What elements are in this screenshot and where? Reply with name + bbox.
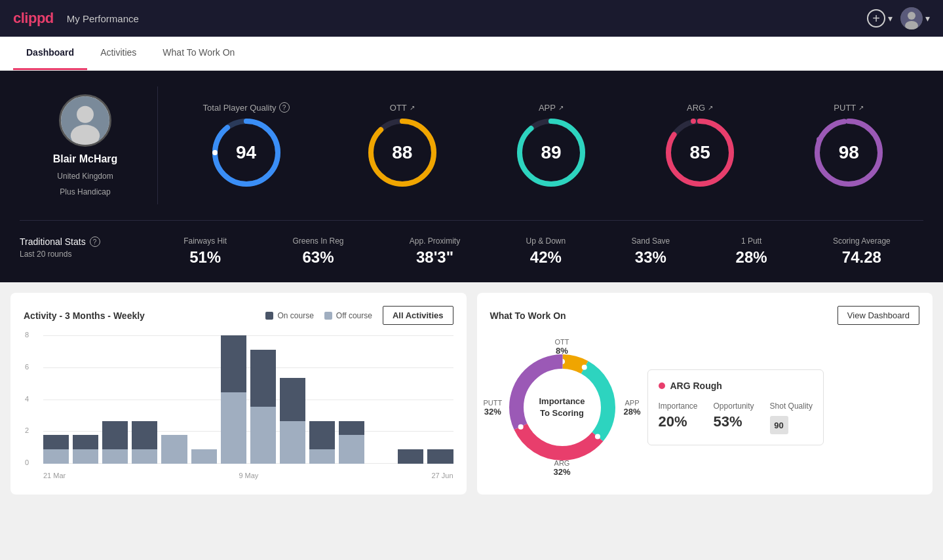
bar-stack [191, 449, 217, 464]
on-course-bar [102, 421, 128, 450]
header-title: My Performance [67, 13, 139, 24]
off-course-dot [324, 312, 332, 320]
all-activities-button[interactable]: All Activities [383, 306, 453, 325]
wtwo-content: OTT 8% APP 28% ARG 32% PUTT 32% Importan… [490, 335, 920, 479]
app-value: 89 [541, 142, 561, 163]
bar-group [339, 421, 364, 464]
x-labels: 21 Mar9 May27 Jun [43, 472, 453, 479]
what-to-work-on-panel: What To Work On View Dashboard OTT 8% AP… [477, 293, 933, 495]
activity-title: Activity - 3 Months - Weekly [24, 310, 145, 321]
tab-activities[interactable]: Activities [87, 37, 149, 70]
off-course-bar [250, 407, 276, 464]
off-course-bar [43, 449, 69, 464]
on-course-bar [73, 435, 98, 449]
chart-area: 86420 21 Mar9 May27 Jun [24, 335, 453, 479]
donut-chart-area: OTT 8% APP 28% ARG 32% PUTT 32% Importan… [490, 335, 634, 479]
trad-stats-subtitle: Last 20 rounds [20, 250, 151, 259]
off-course-bar [102, 449, 128, 464]
on-course-bar [132, 421, 157, 450]
player-country: United Kingdom [57, 172, 113, 181]
off-course-bar [161, 435, 187, 464]
bar-stack [221, 335, 246, 464]
bar-stack [427, 449, 453, 464]
legend-on-course: On course [265, 311, 313, 320]
donut-dot [581, 365, 587, 370]
stats-section: Blair McHarg United Kingdom Plus Handica… [0, 71, 943, 282]
info-shot-quality: Shot Quality 90 [770, 401, 813, 434]
on-course-bar [250, 350, 276, 407]
bar-group [280, 378, 305, 464]
logo-text: clippd [13, 10, 54, 27]
svg-point-1 [908, 12, 915, 20]
on-course-bar [280, 378, 305, 420]
app-arrow-icon: ↗ [558, 104, 564, 111]
activity-panel: Activity - 3 Months - Weekly On course O… [10, 293, 467, 495]
bar-group [250, 350, 276, 464]
putt-circle: 98 [813, 117, 885, 189]
avatar-button[interactable]: ▾ [900, 7, 930, 29]
svg-point-4 [77, 106, 94, 123]
plus-icon: + [867, 9, 885, 28]
arg-arrow-icon: ↗ [708, 104, 713, 111]
legend-off-course: Off course [324, 311, 372, 320]
trad-help-icon[interactable]: ? [90, 236, 100, 247]
ott-metric: OTT ↗ 88 [366, 103, 438, 189]
bar-group [309, 421, 335, 464]
trad-stat-scoring: Scoring Average 74.28 [833, 236, 891, 267]
header: clippd My Performance + ▾ ▾ [0, 0, 943, 37]
bar-group [427, 449, 453, 464]
tab-what-to-work-on[interactable]: What To Work On [149, 37, 248, 70]
ott-circle: 88 [366, 117, 438, 189]
avatar [900, 7, 923, 29]
x-axis-label: 21 Mar [43, 472, 66, 479]
app-circle: 89 [515, 117, 587, 189]
ott-value: 88 [392, 142, 412, 163]
total-quality-circle: 94 [210, 117, 282, 189]
add-button[interactable]: + ▾ [867, 9, 893, 28]
off-course-bar [73, 449, 98, 464]
tab-dashboard[interactable]: Dashboard [13, 37, 87, 70]
header-right: + ▾ ▾ [867, 7, 930, 29]
on-course-dot [265, 312, 273, 320]
off-course-bar [280, 421, 305, 464]
activity-controls: On course Off course All Activities [265, 306, 453, 325]
putt-metric: PUTT ↗ 98 [813, 103, 885, 189]
bar-stack [161, 435, 187, 464]
nav-tabs: Dashboard Activities What To Work On [0, 37, 943, 71]
bars-container [43, 335, 453, 464]
player-name: Blair McHarg [53, 153, 118, 165]
bar-stack [132, 421, 157, 464]
arg-label-outer: ARG 32% [553, 459, 570, 477]
player-handicap: Plus Handicap [60, 187, 110, 196]
info-card-title: ARG Rough [659, 381, 813, 391]
wtwo-title: What To Work On [490, 310, 566, 321]
total-quality-label: Total Player Quality ? [203, 102, 290, 113]
trad-stat-sandsave: Sand Save 33% [632, 236, 670, 267]
donut-dot [518, 424, 523, 430]
bar-group [73, 435, 98, 464]
player-info: Blair McHarg United Kingdom Plus Handica… [20, 94, 151, 196]
traditional-stats: Traditional Stats ? Last 20 rounds Fairw… [20, 236, 923, 267]
player-avatar [59, 94, 111, 147]
donut-dot [594, 434, 600, 439]
bar-stack [43, 435, 69, 464]
help-icon[interactable]: ? [279, 102, 290, 113]
arg-metric: ARG ↗ 85 [664, 103, 736, 189]
bar-stack [309, 421, 335, 464]
on-course-bar [309, 421, 335, 450]
svg-point-5 [71, 124, 100, 146]
bar-group [43, 435, 69, 464]
donut-center-text: ImportanceTo Scoring [539, 396, 585, 419]
quality-divider [157, 86, 158, 204]
bar-stack [250, 350, 276, 464]
avatar-image [900, 7, 923, 29]
trad-stats-items: Fairways Hit 51% Greens In Reg 63% App. … [151, 236, 923, 267]
logo: clippd [13, 10, 54, 27]
arg-value: 85 [690, 142, 710, 163]
view-dashboard-button[interactable]: View Dashboard [837, 306, 919, 325]
bar-group [132, 421, 157, 464]
header-left: clippd My Performance [13, 10, 139, 27]
off-course-bar [191, 449, 217, 464]
bar-group [102, 421, 128, 464]
bar-stack [339, 421, 364, 464]
